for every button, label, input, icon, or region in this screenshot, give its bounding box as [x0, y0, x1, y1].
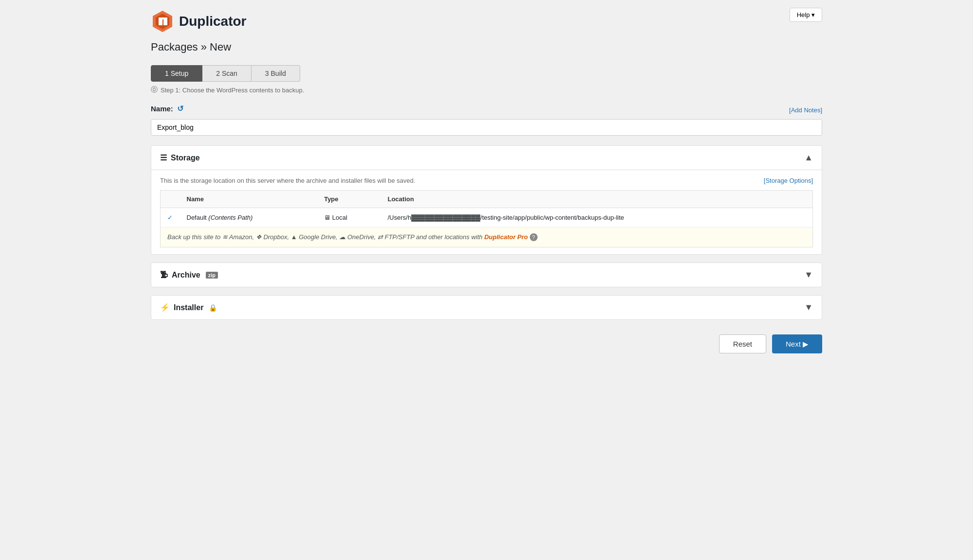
name-section: Name: ↺ [Add Notes]: [151, 104, 822, 136]
duplicator-logo-icon: [151, 10, 174, 33]
installer-icon: ⚡: [160, 303, 170, 312]
col-location: Location: [381, 191, 813, 208]
footer-buttons: Reset Next ▶: [151, 334, 822, 368]
add-notes-link[interactable]: [Add Notes]: [789, 106, 822, 114]
installer-panel: ⚡ Installer 🔒 ▼: [151, 295, 822, 320]
storage-panel-title: ☰ Storage: [160, 153, 200, 162]
storage-description-text: This is the storage location on this ser…: [160, 177, 415, 184]
archive-panel-toggle: ▼: [804, 270, 813, 280]
col-check: [161, 191, 180, 208]
archive-panel: 🗜 Archive zip ▼: [151, 262, 822, 287]
archive-title-text: Archive: [172, 271, 200, 280]
wp-icon: ⓪: [151, 86, 158, 94]
help-button-label: Help ▾: [797, 11, 815, 18]
name-label: Name: ↺: [151, 104, 183, 113]
breadcrumb: Packages » New: [151, 41, 822, 53]
steps-bar: 1 Setup 2 Scan 3 Build: [151, 65, 822, 82]
help-button[interactable]: Help ▾: [790, 8, 822, 22]
installer-title-text: Installer: [174, 303, 203, 312]
storage-panel: ☰ Storage ▲ This is the storage location…: [151, 145, 822, 255]
installer-panel-toggle: ▼: [804, 302, 813, 313]
archive-panel-header[interactable]: 🗜 Archive zip ▼: [151, 263, 822, 287]
logo-text: Duplicator: [179, 14, 246, 29]
next-button[interactable]: Next ▶: [772, 334, 822, 353]
table-row: ✓ Default (Contents Path) 🖥 Local /Users…: [161, 208, 813, 228]
amazon-icon: ≋: [222, 233, 228, 241]
col-type: Type: [317, 191, 381, 208]
logo-area: Duplicator: [151, 10, 822, 33]
storage-table: Name Type Location ✓ Default (Contents P…: [160, 190, 813, 247]
storage-description: This is the storage location on this ser…: [160, 177, 813, 184]
ftp-icon: ⇄: [378, 233, 383, 241]
archive-icon: 🗜: [160, 271, 168, 280]
col-name: Name: [180, 191, 318, 208]
installer-panel-header[interactable]: ⚡ Installer 🔒 ▼: [151, 296, 822, 319]
storage-panel-toggle: ▲: [804, 153, 813, 163]
name-label-row: Name: ↺ [Add Notes]: [151, 104, 822, 116]
svg-rect-3: [163, 19, 167, 25]
reset-button[interactable]: Reset: [719, 334, 766, 353]
step-setup-button[interactable]: 1 Setup: [151, 65, 202, 82]
row-name: Default (Contents Path): [180, 208, 318, 228]
svg-rect-4: [159, 18, 167, 19]
dropbox-icon: ❖: [256, 233, 262, 241]
row-type: 🖥 Local: [317, 208, 381, 228]
package-name-input[interactable]: [151, 119, 822, 136]
onedrive-icon: ☁: [339, 233, 345, 241]
promo-cell: Back up this site to ≋ Amazon, ❖ Dropbox…: [161, 228, 813, 247]
step-hint-text: Step 1: Choose the WordPress contents to…: [161, 87, 304, 94]
local-icon: 🖥: [324, 214, 330, 221]
step-build-button[interactable]: 3 Build: [252, 65, 300, 82]
duplicator-pro-link[interactable]: Duplicator Pro: [484, 233, 528, 241]
page-wrapper: Help ▾ Duplicator Packages » New 1 Setup…: [136, 0, 837, 560]
promo-row: Back up this site to ≋ Amazon, ❖ Dropbox…: [161, 228, 813, 247]
storage-icon: ☰: [160, 153, 167, 162]
row-check: ✓: [161, 208, 180, 228]
storage-panel-body: This is the storage location on this ser…: [151, 170, 822, 254]
storage-options-link[interactable]: [Storage Options]: [764, 177, 813, 184]
lock-icon: 🔒: [209, 304, 217, 312]
step-scan-button[interactable]: 2 Scan: [202, 65, 252, 82]
archive-panel-title: 🗜 Archive zip: [160, 271, 218, 280]
row-location: /Users/h▓▓▓▓▓▓▓▓▓▓▓▓▓▓▓/testing-site/app…: [381, 208, 813, 228]
name-label-text: Name:: [151, 105, 173, 113]
installer-panel-title: ⚡ Installer 🔒: [160, 303, 217, 312]
step-hint: ⓪ Step 1: Choose the WordPress contents …: [151, 86, 822, 94]
storage-panel-header[interactable]: ☰ Storage ▲: [151, 146, 822, 170]
help-icon: ?: [530, 233, 538, 241]
gdrive-icon: ▲: [291, 233, 297, 241]
storage-title-text: Storage: [171, 154, 200, 162]
refresh-icon[interactable]: ↺: [177, 104, 183, 113]
archive-badge: zip: [206, 272, 218, 279]
